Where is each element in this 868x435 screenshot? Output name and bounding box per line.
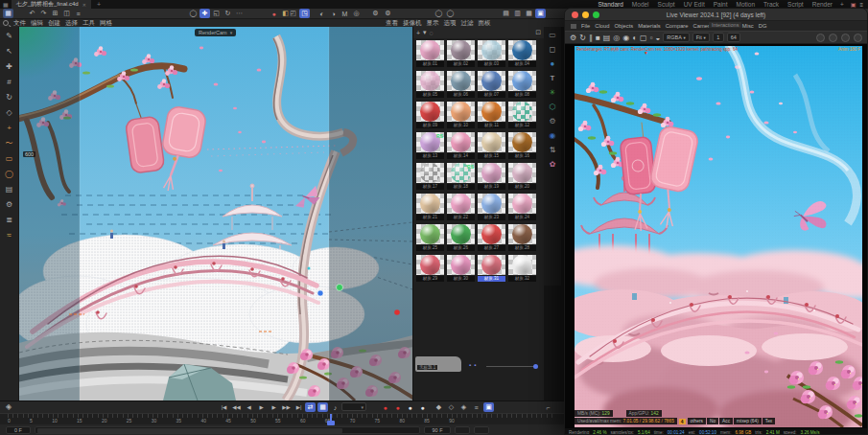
- last-tool-icon[interactable]: ⋯: [234, 9, 245, 18]
- lv-menu-file[interactable]: File: [581, 23, 590, 29]
- lv-render-area[interactable]: Rendertarget: RT.鹊桥 cam: RenderCam res: …: [565, 44, 867, 435]
- goto-end-button[interactable]: ▶|: [293, 402, 304, 412]
- material-swatch[interactable]: 材质.26: [447, 224, 475, 251]
- live-render-icon[interactable]: ▣: [535, 9, 546, 18]
- green-flower-icon[interactable]: ✳: [550, 88, 556, 97]
- range-slider[interactable]: [35, 426, 420, 434]
- thumb-size-small-icon[interactable]: ▪: [469, 362, 471, 368]
- live-viewer-window[interactable]: Live Viewer 2024.1 [92] (4 days left) Fi…: [564, 8, 868, 435]
- lv-menu-objects[interactable]: Objects: [615, 23, 634, 29]
- list-icon[interactable]: ≣: [3, 214, 16, 226]
- live-selection-icon[interactable]: ◯: [188, 9, 199, 18]
- new-tab-button[interactable]: +: [97, 1, 101, 8]
- coord-object-icon[interactable]: ◳: [299, 9, 310, 18]
- render-view-icon[interactable]: ▤: [501, 9, 511, 18]
- layout-tab[interactable]: Model: [630, 1, 651, 8]
- cloth-icon[interactable]: ▤: [3, 183, 16, 195]
- blue-sphere-icon[interactable]: ●: [551, 59, 555, 68]
- material-swatch[interactable]: 材质.11: [478, 102, 505, 128]
- material-swatch[interactable]: 材质.27: [478, 224, 505, 251]
- select-arrow-icon[interactable]: ↖: [3, 45, 16, 57]
- ring-icon[interactable]: ◯: [3, 168, 16, 180]
- cube-icon[interactable]: ▭: [3, 152, 16, 165]
- render-region-icon[interactable]: ▥: [512, 9, 523, 18]
- modeling-mode-icon[interactable]: M: [340, 9, 350, 18]
- material-swatch[interactable]: 材质.12: [508, 102, 536, 128]
- lv-region-icon[interactable]: ▢: [640, 34, 647, 42]
- material-swatch[interactable]: 材质.19: [478, 163, 505, 190]
- undo-icon[interactable]: ↶: [27, 9, 37, 18]
- material-swatch[interactable]: 材质.20: [508, 163, 536, 190]
- search-materials-icon[interactable]: ◌: [430, 30, 434, 36]
- panel-rect-icon[interactable]: ▭: [549, 31, 556, 39]
- record-button[interactable]: ●: [380, 402, 390, 412]
- net-icon[interactable]: ◉: [550, 131, 556, 140]
- goto-start-button[interactable]: |◀: [219, 402, 229, 412]
- layout-menu-icon[interactable]: ≡: [859, 2, 863, 8]
- copy-icon[interactable]: ◫: [61, 9, 72, 18]
- edit-render-settings-icon[interactable]: ⚙: [383, 9, 393, 18]
- lv-restart-icon[interactable]: ↻: [579, 34, 586, 42]
- node-icon[interactable]: ⬡: [550, 103, 556, 111]
- close-tab-icon[interactable]: ✕: [82, 2, 86, 8]
- lv-menu-cloud[interactable]: Cloud: [595, 23, 609, 29]
- material-preview-box[interactable]: 无标题.1: [415, 356, 461, 372]
- material-swatch[interactable]: 材质.21: [416, 194, 444, 220]
- range-end-field[interactable]: 90 F: [424, 426, 451, 434]
- layout-tab[interactable]: Track: [762, 1, 781, 8]
- material-swatch[interactable]: 材质.06: [447, 71, 475, 98]
- timeline-ruler[interactable]: 051015202530354045505560657075808590: [0, 413, 564, 424]
- pen-tool-icon[interactable]: ✎: [3, 30, 16, 42]
- add-material-icon[interactable]: +: [416, 30, 420, 36]
- prev-key-button[interactable]: ◀◀: [231, 402, 242, 412]
- snap-cursor-icon[interactable]: ◎: [351, 9, 362, 18]
- lv-subsample-stepper[interactable]: 1: [713, 33, 724, 42]
- record-key-button[interactable]: ●: [392, 402, 403, 412]
- key-scale-toggle[interactable]: ◇: [446, 402, 457, 412]
- layout-store-icon[interactable]: ▣: [851, 1, 856, 8]
- frame-snap-icon[interactable]: ⌐: [543, 402, 553, 412]
- lv-alpha-icon[interactable]: ◐: [632, 34, 637, 42]
- key-position-toggle[interactable]: ◆: [434, 402, 444, 412]
- camera-selector[interactable]: RenderCam ▾: [195, 29, 236, 36]
- material-swatch[interactable]: 材质.23: [478, 194, 505, 220]
- updown-icon[interactable]: ⇅: [550, 146, 556, 154]
- add-layout-button[interactable]: +: [838, 1, 846, 8]
- lv-lock-resolution-icon[interactable]: ◉: [622, 34, 629, 42]
- range-extra-box[interactable]: [455, 426, 470, 434]
- lv-film-region-icon[interactable]: ▫: [650, 34, 653, 42]
- document-tab[interactable]: 七夕_鹊桥相会_final.c4d ✕: [12, 0, 91, 9]
- lv-menu-compare[interactable]: Compare: [666, 23, 689, 29]
- sphere-b-icon[interactable]: ◑: [328, 9, 339, 18]
- layout-tab[interactable]: Sculpt: [656, 1, 677, 8]
- key-param-toggle[interactable]: ≡: [471, 402, 481, 412]
- thumb-size-slider[interactable]: [486, 366, 536, 367]
- lv-upsampling-toggle[interactable]: [829, 34, 837, 42]
- axis-y-lock-icon[interactable]: ◯: [445, 9, 456, 18]
- key-rotation-toggle[interactable]: ◈: [458, 402, 469, 412]
- autokey-button[interactable]: ●: [405, 402, 415, 412]
- range-start-field[interactable]: 0 F: [6, 426, 31, 434]
- slider-handle[interactable]: [533, 364, 538, 369]
- key-pla-toggle[interactable]: ▣: [483, 402, 494, 412]
- lv-pause-icon[interactable]: ∥: [589, 34, 593, 42]
- play-button[interactable]: ▶: [256, 402, 267, 412]
- sort-materials-icon[interactable]: ▾: [423, 29, 427, 36]
- flower-pink-icon[interactable]: ✿: [550, 160, 556, 169]
- material-swatch[interactable]: 材质.09: [416, 102, 444, 128]
- material-swatch[interactable]: RS 材质.18: [447, 163, 475, 190]
- lv-fit-dropdown[interactable]: Fit ▾: [692, 33, 710, 42]
- poly-icon[interactable]: ◇: [3, 106, 16, 119]
- material-swatch[interactable]: 材质.24: [508, 194, 536, 220]
- viewport[interactable]: RenderCam ▾ 600: [19, 27, 412, 401]
- material-swatch[interactable]: 材质.05: [416, 71, 444, 98]
- move-icon[interactable]: ✚: [3, 60, 16, 73]
- material-swatch[interactable]: 材质.32: [508, 255, 536, 282]
- paste-icon[interactable]: ≡: [73, 9, 83, 18]
- lv-denoiser-toggle[interactable]: [816, 34, 825, 42]
- material-swatch[interactable]: RS 材质.13: [416, 132, 444, 159]
- layout-tab[interactable]: UV Edit: [682, 1, 707, 8]
- layout-tab[interactable]: Motion: [735, 1, 758, 8]
- dynamics-icon[interactable]: ≈: [3, 229, 16, 241]
- thumb-size-large-icon[interactable]: ▪: [474, 362, 476, 368]
